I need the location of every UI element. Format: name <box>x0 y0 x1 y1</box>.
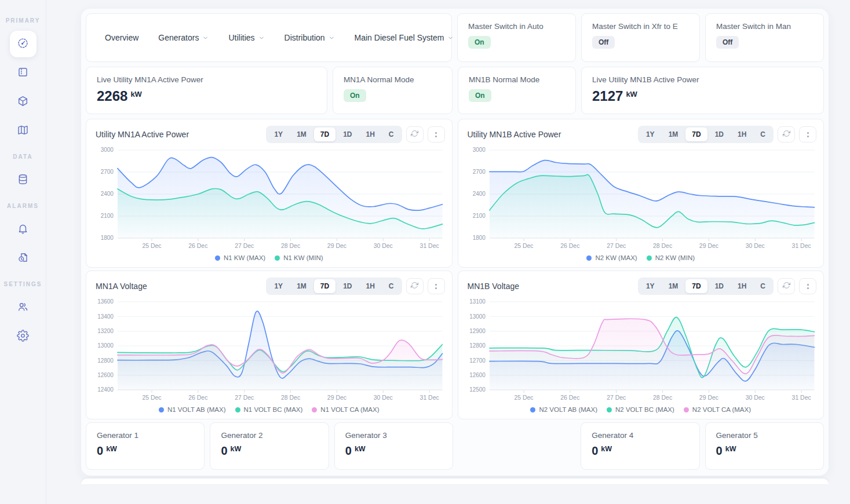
range-button-1y[interactable]: 1Y <box>268 127 289 141</box>
chart-header: Utility MN1A Active Power 1Y1M7D1D1HC <box>93 125 445 144</box>
refresh-button[interactable] <box>406 278 424 294</box>
legend-item[interactable]: N2 KW (MIN) <box>647 254 695 261</box>
legend-item[interactable]: N2 VOLT CA (MAX) <box>684 406 751 413</box>
svg-text:29 Dec: 29 Dec <box>699 243 718 249</box>
range-button-1h[interactable]: 1H <box>359 127 381 141</box>
sidebar-item-settings[interactable] <box>10 323 37 350</box>
card-title: Master Switch in Auto <box>468 22 565 31</box>
voltage-charts-row: MN1A Voltage 1Y1M7D1D1HC 124001260012800… <box>86 271 824 418</box>
card-title: Live Utility MN1A Active Power <box>97 75 316 84</box>
range-button-c[interactable]: C <box>382 279 400 293</box>
power-charts-row: Utility MN1A Active Power 1Y1M7D1D1HC 18… <box>86 119 824 266</box>
range-button-1m[interactable]: 1M <box>290 279 313 293</box>
generator-value: 0 kW <box>97 445 194 456</box>
range-button-1d[interactable]: 1D <box>709 279 730 293</box>
svg-text:12600: 12600 <box>469 372 486 378</box>
range-button-c[interactable]: C <box>382 127 400 141</box>
svg-text:12800: 12800 <box>97 357 114 364</box>
refresh-button[interactable] <box>778 278 795 294</box>
sidebar-item-users[interactable] <box>10 294 37 321</box>
nav-item-distribution[interactable]: Distribution <box>284 33 335 42</box>
range-button-7d[interactable]: 7D <box>685 279 707 293</box>
chart-area[interactable]: 1250012600127001280012900130001310025 De… <box>465 296 817 404</box>
sidebar-item-dashboard[interactable] <box>10 31 37 57</box>
legend-label: N2 VOLT AB (MAX) <box>539 406 597 413</box>
range-button-7d[interactable]: 7D <box>314 127 335 141</box>
legend-item[interactable]: N2 KW (MAX) <box>586 254 637 261</box>
chart-menu-button[interactable] <box>428 126 445 143</box>
svg-text:2100: 2100 <box>101 213 114 219</box>
chart-header: MN1A Voltage 1Y1M7D1D1HC <box>93 276 445 296</box>
top-row: Overview Generators Utilities Distributi… <box>86 13 824 62</box>
legend-item[interactable]: N2 VOLT BC (MAX) <box>607 406 674 413</box>
legend-item[interactable]: N1 VOLT AB (MAX) <box>159 406 226 413</box>
chart-menu-button[interactable] <box>799 126 816 143</box>
svg-text:12400: 12400 <box>97 386 114 393</box>
nav-item-generators[interactable]: Generators <box>158 33 209 42</box>
main-content: Overview Generators Utilities Distributi… <box>46 0 850 504</box>
svg-text:28 Dec: 28 Dec <box>653 243 672 249</box>
next-section-peek <box>81 479 829 484</box>
page: PRIMARY DATA ALARMS <box>0 0 850 504</box>
nav-item-overview[interactable]: Overview <box>105 33 138 42</box>
range-button-1y[interactable]: 1Y <box>640 279 661 293</box>
generator-1-card: Generator 1 0 kW <box>86 422 205 470</box>
chart-area[interactable]: 1800210024002700300025 Dec26 Dec27 Dec28… <box>93 144 445 252</box>
range-button-1h[interactable]: 1H <box>731 127 753 141</box>
chart-menu-button[interactable] <box>428 278 445 294</box>
svg-text:2700: 2700 <box>101 169 114 175</box>
sidebar-item-alarms[interactable] <box>10 216 37 243</box>
sidebar-section-alarms: ALARMS <box>0 195 46 273</box>
range-button-1d[interactable]: 1D <box>337 127 358 141</box>
chart-menu-button[interactable] <box>799 278 816 294</box>
range-button-1m[interactable]: 1M <box>662 127 685 141</box>
range-button-1y[interactable]: 1Y <box>268 279 289 293</box>
sidebar-item-assets[interactable] <box>10 89 37 115</box>
legend-label: N1 VOLT CA (MAX) <box>320 406 379 413</box>
legend-item[interactable]: N1 VOLT BC (MAX) <box>235 406 303 413</box>
sidebar-item-board[interactable] <box>10 60 37 86</box>
legend-label: N2 VOLT BC (MAX) <box>615 406 674 413</box>
svg-text:12700: 12700 <box>469 357 486 364</box>
range-button-1d[interactable]: 1D <box>337 279 358 293</box>
range-button-1h[interactable]: 1H <box>359 279 381 293</box>
svg-text:13200: 13200 <box>97 328 114 334</box>
svg-text:2700: 2700 <box>472 169 486 175</box>
legend-item[interactable]: N1 VOLT CA (MAX) <box>312 406 379 413</box>
refresh-button[interactable] <box>778 126 795 143</box>
nav-label: Generators <box>158 33 199 42</box>
value-unit: kW <box>355 445 366 453</box>
sidebar-item-alarm-history[interactable] <box>10 245 37 272</box>
range-button-1m[interactable]: 1M <box>290 127 313 141</box>
legend-item[interactable]: N2 VOLT AB (MAX) <box>530 406 597 413</box>
range-button-c[interactable]: C <box>754 279 772 293</box>
range-button-1d[interactable]: 1D <box>709 127 730 141</box>
sidebar-section-label: ALARMS <box>7 203 39 209</box>
svg-text:29 Dec: 29 Dec <box>327 395 346 401</box>
svg-text:13400: 13400 <box>97 313 114 320</box>
legend-item[interactable]: N1 KW (MIN) <box>275 254 323 261</box>
value-unit: kW <box>725 445 736 453</box>
range-button-7d[interactable]: 7D <box>314 279 335 293</box>
time-range-group: 1Y1M7D1D1HC <box>266 126 402 143</box>
chart-area[interactable]: 1800210024002700300025 Dec26 Dec27 Dec28… <box>465 144 817 252</box>
nav-item-main-diesel-fuel-system[interactable]: Main Diesel Fuel System <box>355 33 454 42</box>
range-button-c[interactable]: C <box>754 127 772 141</box>
range-button-1m[interactable]: 1M <box>662 279 685 293</box>
sidebar-item-database[interactable] <box>10 167 37 193</box>
value-unit: kW <box>106 445 117 453</box>
nav-item-utilities[interactable]: Utilities <box>228 33 264 42</box>
legend-dot-icon <box>607 407 612 412</box>
refresh-button[interactable] <box>406 126 424 143</box>
status-badge: On <box>468 36 491 49</box>
chart-area[interactable]: 1240012600128001300013200134001360025 De… <box>93 296 445 404</box>
svg-text:26 Dec: 26 Dec <box>188 243 207 249</box>
range-button-1y[interactable]: 1Y <box>640 127 661 141</box>
range-button-7d[interactable]: 7D <box>685 127 707 141</box>
range-button-1h[interactable]: 1H <box>731 279 753 293</box>
value-number: 0 <box>592 445 598 456</box>
legend-item[interactable]: N1 KW (MAX) <box>215 254 265 261</box>
sidebar-item-map[interactable] <box>10 118 37 144</box>
status-badge: On <box>344 89 366 102</box>
card-title: MN1B Normal Mode <box>469 75 565 84</box>
